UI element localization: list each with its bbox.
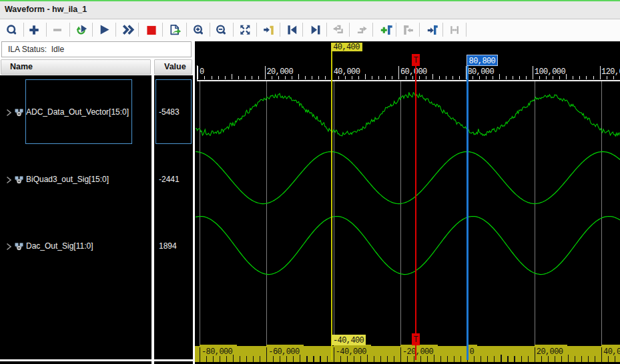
svg-text:60,000: 60,000 bbox=[400, 67, 427, 77]
svg-text:T: T bbox=[414, 56, 418, 65]
svg-text:80,000: 80,000 bbox=[467, 67, 494, 77]
svg-text:-40,000: -40,000 bbox=[336, 347, 367, 357]
svg-text:0: 0 bbox=[200, 67, 204, 77]
svg-text:T: T bbox=[414, 335, 418, 345]
svg-text:20,000: 20,000 bbox=[537, 347, 563, 357]
svg-text:100,000: 100,000 bbox=[535, 67, 566, 77]
svg-text:40,000: 40,000 bbox=[334, 67, 360, 77]
svg-text:120,0: 120,0 bbox=[601, 67, 620, 77]
svg-text:40,0: 40,0 bbox=[603, 347, 620, 357]
svg-text:80,800: 80,800 bbox=[469, 57, 496, 66]
svg-text:0: 0 bbox=[469, 347, 474, 357]
svg-text:20,000: 20,000 bbox=[266, 67, 293, 77]
svg-text:40,400: 40,400 bbox=[333, 43, 360, 52]
svg-text:-80,000: -80,000 bbox=[202, 347, 233, 357]
svg-text:-60,000: -60,000 bbox=[268, 347, 300, 357]
svg-text:-40,400: -40,400 bbox=[333, 336, 364, 345]
svg-text:-20,000: -20,000 bbox=[402, 347, 434, 357]
